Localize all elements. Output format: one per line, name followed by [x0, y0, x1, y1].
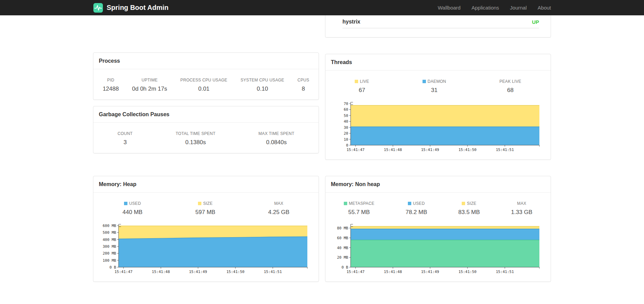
application-name-link[interactable]: hystrix [342, 19, 360, 25]
stat-heap-size: SIZE 597 MB [195, 201, 215, 216]
stat-pid: PID 12488 [103, 78, 119, 92]
svg-text:15:41:49: 15:41:49 [421, 148, 439, 152]
status-badge: UP [532, 19, 539, 25]
heap-chart-wrap: 0 B100 MB200 MB300 MB400 MB500 MB600 MB1… [93, 223, 319, 282]
svg-text:15:41:47: 15:41:47 [347, 148, 365, 152]
stat-metaspace: METASPACE 55.7 MB [344, 201, 374, 216]
threads-chart: 01020304050607015:41:4715:41:4815:41:491… [331, 101, 545, 155]
svg-text:15:41:48: 15:41:48 [384, 148, 402, 152]
nonheap-chart-wrap: 0 B20 MB40 MB60 MB80 MB15:41:4715:41:481… [325, 223, 551, 282]
svg-text:0 B: 0 B [341, 265, 348, 270]
svg-text:40: 40 [344, 119, 348, 124]
stat-daemon: DAEMON 31 [423, 79, 446, 94]
svg-text:15:41:51: 15:41:51 [496, 270, 514, 274]
threads-chart-wrap: 01020304050607015:41:4715:41:4815:41:491… [325, 101, 551, 159]
stat-live: LIVE 67 [355, 79, 369, 94]
stat-nonheap-max: MAX 1.33 GB [511, 201, 532, 216]
application-row-hystrix[interactable]: hystrix UP [325, 15, 551, 28]
nonheap-size-legend-swatch [462, 202, 465, 205]
svg-text:0 B: 0 B [109, 265, 116, 270]
svg-text:70: 70 [344, 102, 348, 106]
nav-applications[interactable]: Applications [472, 5, 499, 11]
stat-nonheap-used: USED 78.2 MB [405, 201, 427, 216]
stat-gc-total: TOTAL TIME SPENT 0.1380s [175, 131, 215, 146]
svg-text:15:41:47: 15:41:47 [114, 270, 133, 274]
svg-text:15:41:47: 15:41:47 [347, 270, 365, 274]
heap-chart: 0 B100 MB200 MB300 MB400 MB500 MB600 MB1… [99, 223, 313, 277]
threads-card-title: Threads [325, 54, 551, 71]
gc-stats: COUNT 3 TOTAL TIME SPENT 0.1380s MAX TIM… [93, 123, 319, 153]
svg-text:50: 50 [344, 113, 348, 118]
stat-heap-used: USED 440 MB [123, 201, 143, 216]
gc-card: Garbage Collection Pauses COUNT 3 TOTAL … [93, 106, 319, 153]
svg-text:300 MB: 300 MB [103, 244, 116, 249]
gc-card-title: Garbage Collection Pauses [93, 106, 319, 123]
page-content: Process PID 12488 UPTIME 0d 0h 2m 17s PR… [93, 15, 551, 282]
brand-title: Spring Boot Admin [107, 4, 168, 12]
daemon-legend-swatch [423, 80, 426, 83]
memory-heap-title: Memory: Heap [93, 176, 319, 193]
process-stats: PID 12488 UPTIME 0d 0h 2m 17s PROCESS CP… [93, 69, 319, 100]
svg-text:30: 30 [344, 125, 348, 130]
threads-stats: LIVE 67 DAEMON 31 PEAK LIVE 68 [325, 71, 551, 101]
process-card: Process PID 12488 UPTIME 0d 0h 2m 17s PR… [93, 52, 319, 100]
stat-heap-max: MAX 4.25 GB [268, 201, 289, 216]
left-column: Process PID 12488 UPTIME 0d 0h 2m 17s PR… [93, 15, 319, 153]
svg-text:20: 20 [344, 131, 348, 136]
heap-used-legend-swatch [124, 202, 127, 205]
stat-gc-max: MAX TIME SPENT 0.0840s [259, 131, 294, 146]
stat-peak-live: PEAK LIVE 68 [500, 79, 521, 94]
heap-stats: USED 440 MB SIZE 597 MB MAX 4.25 GB [93, 193, 319, 223]
brand-pulse-icon [93, 3, 103, 13]
svg-text:200 MB: 200 MB [103, 251, 116, 256]
stat-nonheap-size: SIZE 83.5 MB [458, 201, 480, 216]
nav-about[interactable]: About [538, 5, 551, 11]
nonheap-stats: METASPACE 55.7 MB USED 78.2 MB SIZE 83.5… [325, 193, 551, 223]
svg-text:100 MB: 100 MB [103, 258, 116, 263]
svg-text:15:41:49: 15:41:49 [421, 270, 439, 274]
process-card-title: Process [93, 53, 319, 69]
svg-text:15:41:48: 15:41:48 [152, 270, 170, 274]
brand-link[interactable]: Spring Boot Admin [93, 3, 168, 13]
svg-text:15:41:51: 15:41:51 [496, 148, 514, 152]
stat-process-cpu: PROCESS CPU USAGE 0.01 [180, 78, 227, 92]
heap-size-legend-swatch [198, 202, 201, 205]
svg-text:60: 60 [344, 107, 348, 112]
memory-nonheap-card: Memory: Non heap METASPACE 55.7 MB USED … [325, 176, 551, 282]
nav-journal[interactable]: Journal [510, 5, 527, 11]
svg-text:400 MB: 400 MB [103, 238, 116, 242]
svg-text:15:41:48: 15:41:48 [384, 270, 402, 274]
nonheap-chart: 0 B20 MB40 MB60 MB80 MB15:41:4715:41:481… [331, 223, 545, 277]
nonheap-used-legend-swatch [408, 202, 411, 205]
svg-text:10: 10 [344, 137, 348, 142]
svg-text:15:41:50: 15:41:50 [226, 270, 244, 274]
stat-cpus: CPUS 8 [297, 78, 309, 92]
right-column: hystrix UP Threads LIVE 67 DAEMON 31 [325, 15, 551, 160]
svg-text:60 MB: 60 MB [337, 236, 348, 240]
svg-text:0: 0 [346, 143, 348, 148]
svg-text:40 MB: 40 MB [337, 246, 348, 250]
metaspace-legend-swatch [344, 202, 347, 205]
svg-text:15:41:49: 15:41:49 [189, 270, 207, 274]
svg-text:80 MB: 80 MB [337, 226, 348, 230]
svg-text:600 MB: 600 MB [103, 224, 116, 228]
nav-wallboard[interactable]: Wallboard [438, 5, 461, 11]
applications-list-card: hystrix UP [325, 15, 551, 37]
memory-heap-card: Memory: Heap USED 440 MB SIZE 597 MB MAX… [93, 176, 319, 282]
svg-text:15:41:50: 15:41:50 [458, 270, 476, 274]
memory-nonheap-title: Memory: Non heap [325, 176, 551, 193]
stat-uptime: UPTIME 0d 0h 2m 17s [132, 78, 167, 92]
live-legend-swatch [355, 80, 358, 83]
threads-card: Threads LIVE 67 DAEMON 31 PEAK LIVE 68 [325, 54, 551, 160]
svg-text:15:41:50: 15:41:50 [458, 148, 476, 152]
stat-gc-count: COUNT 3 [118, 131, 133, 146]
svg-text:500 MB: 500 MB [103, 230, 116, 235]
svg-text:15:41:51: 15:41:51 [264, 270, 282, 274]
stat-system-cpu: SYSTEM CPU USAGE 0.10 [241, 78, 284, 92]
svg-text:20 MB: 20 MB [337, 255, 348, 260]
navbar: Spring Boot Admin Wallboard Applications… [0, 0, 644, 15]
navbar-menu: Wallboard Applications Journal About [438, 5, 551, 11]
